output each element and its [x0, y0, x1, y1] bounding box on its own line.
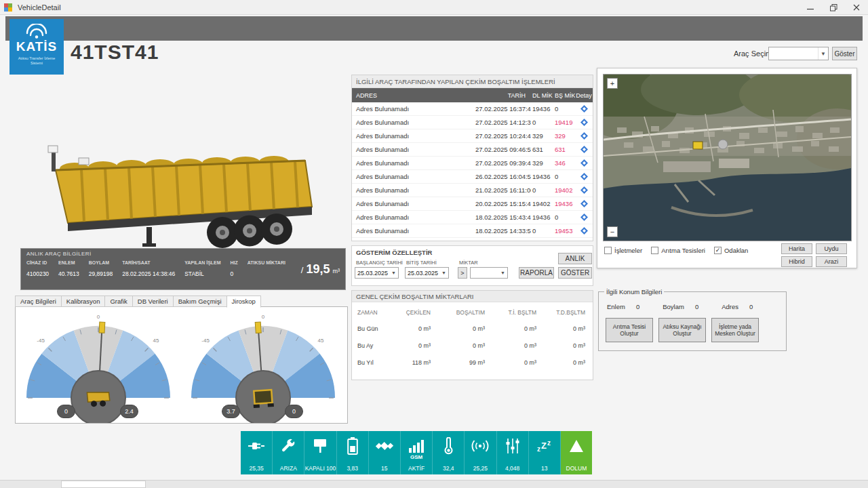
table-row[interactable]: Adres Bulunamadı27.02.2025 16:37:4719436…	[352, 102, 593, 116]
detay-button[interactable]	[575, 227, 593, 235]
taskbar-search[interactable]	[61, 481, 146, 488]
amount-combobox[interactable]: ▼	[470, 267, 508, 279]
map-container[interactable]: + −	[603, 74, 852, 241]
svg-text:-45: -45	[201, 338, 210, 344]
location-field-boylam: Boylam0	[663, 303, 698, 310]
roll-gauge: -45045 3.7 0	[183, 312, 343, 424]
column-çeki-len: ÇEKİLEN	[391, 309, 436, 316]
minimize-button[interactable]	[799, 0, 822, 15]
table-row[interactable]: Adres Bulunamadı18.02.2025 15:43:4719436…	[352, 211, 593, 224]
wrench-icon	[280, 436, 296, 456]
cell-amount: 0 m³	[391, 325, 436, 332]
tab-araç-bilgileri[interactable]: Araç Bilgileri	[15, 296, 61, 307]
cell-date: 27.02.2025 16:37:47	[475, 105, 531, 113]
detay-button[interactable]	[575, 173, 593, 181]
cell-amount: 0 m³	[490, 359, 542, 366]
goster-button[interactable]: GÖSTER	[558, 267, 592, 279]
status-battery[interactable]: 3,83	[337, 431, 369, 474]
detay-button[interactable]	[575, 146, 593, 154]
status-sleep[interactable]: zZz13	[529, 431, 561, 474]
tab-grafik[interactable]: Grafik	[104, 296, 132, 307]
anlik-button[interactable]: ANLIK	[558, 253, 592, 264]
vehicle-select-dropdown[interactable]: ▼	[768, 47, 829, 60]
detay-button[interactable]	[575, 105, 593, 113]
end-date-label: BİTİŞ TARİHİ	[406, 260, 437, 266]
chevron-down-icon[interactable]: ▼	[389, 270, 398, 275]
detay-button[interactable]	[575, 186, 593, 195]
chevron-down-icon[interactable]: ▼	[818, 47, 828, 60]
detay-button[interactable]	[575, 159, 593, 167]
table-row[interactable]: Adres Bulunamadı27.02.2025 09:46:5963163…	[352, 143, 593, 157]
map-type-harita[interactable]: Harita	[781, 243, 812, 254]
table-row[interactable]: Adres Bulunamadı27.02.2025 10:24:4932932…	[352, 129, 593, 143]
vehicle-marker[interactable]	[693, 142, 703, 149]
restore-button[interactable]	[822, 0, 845, 15]
gyroscope-panel: -45045 0 2.4 -45045 3.7 0	[15, 306, 348, 424]
raporla-button[interactable]: RAPORLA	[519, 267, 554, 279]
cell-dl-mik: 0	[531, 119, 553, 126]
checkbox-i-şletmeler[interactable]: İşletmeler	[604, 247, 642, 254]
detay-button[interactable]	[575, 119, 593, 127]
status-thermometer[interactable]: 32,4	[433, 431, 465, 474]
cell-amount: 0 m³	[542, 359, 591, 366]
table-row[interactable]: Adres Bulunamadı20.02.2025 15:15:4119402…	[352, 197, 593, 211]
checkbox-box[interactable]: ✓	[714, 247, 722, 254]
cell-amount: 0 m³	[490, 342, 542, 349]
detay-button[interactable]	[575, 132, 593, 140]
cell-bs-mik: 19402	[553, 186, 575, 194]
windows-taskbar[interactable]	[0, 480, 868, 488]
table-row[interactable]: Adres Bulunamadı26.02.2025 16:04:5419436…	[352, 170, 593, 184]
end-date-picker[interactable]: 25.03.2025 ▼	[405, 267, 449, 279]
display-customize-title: GÖSTERİM ÖZELLEŞTİR	[356, 249, 432, 256]
detay-button[interactable]	[575, 214, 593, 222]
goster-top-button[interactable]: Göster	[832, 47, 857, 60]
status-value: 25,25	[465, 465, 496, 472]
zoom-out-button[interactable]: −	[607, 226, 618, 237]
roll-gauge-dial: -45045	[183, 312, 343, 424]
zoom-in-button[interactable]: +	[607, 78, 618, 89]
checkbox-odaklan[interactable]: ✓Odaklan	[714, 247, 748, 254]
tab-bakım-geçmişi[interactable]: Bakım Geçmişi	[173, 296, 226, 307]
chevron-down-icon[interactable]: ▼	[439, 270, 448, 275]
plug-icon	[248, 436, 265, 456]
tab-db-verileri[interactable]: DB Verileri	[132, 296, 173, 307]
status-antenna[interactable]: 25,25	[465, 431, 496, 474]
status-satellite[interactable]: 15	[369, 431, 401, 474]
restore-icon	[830, 4, 837, 12]
tab-kalibrasyon[interactable]: Kalibrasyon	[61, 296, 105, 307]
live-field-hiz: HIZ0	[231, 260, 238, 277]
map-type-arazi[interactable]: Arazi	[816, 256, 847, 267]
chevron-down-icon[interactable]: ▼	[498, 270, 507, 275]
close-button[interactable]	[845, 0, 868, 15]
checkbox-box[interactable]	[604, 247, 612, 254]
button-atıksu-kaynağı-oluştur[interactable]: Atıksu Kaynağı Oluştur	[658, 318, 706, 342]
table-row[interactable]: Adres Bulunamadı27.02.2025 14:12:3901941…	[352, 116, 593, 129]
table-row[interactable]: Adres Bulunamadı18.02.2025 14:33:5601945…	[352, 224, 593, 238]
table-row[interactable]: Adres Bulunamadı21.02.2025 16:11:0001940…	[352, 184, 593, 197]
map-type-hibrid[interactable]: Hibrid	[781, 256, 812, 267]
battery-icon	[347, 436, 358, 456]
cell-bs-mik: 0	[553, 173, 575, 180]
status-triangle[interactable]: DOLUM	[561, 431, 592, 474]
checkbox-box[interactable]	[651, 247, 658, 254]
start-date-picker[interactable]: 25.03.2025 ▼	[355, 267, 399, 279]
status-equalizer[interactable]: 4,048	[497, 431, 529, 474]
table-row[interactable]: Adres Bulunamadı27.02.2025 09:39:4032934…	[352, 157, 593, 170]
button-i-şletme-yada-mesken-oluştur[interactable]: İşletme yada Mesken Oluştur	[711, 318, 759, 342]
map-type-uydu[interactable]: Uydu	[816, 243, 847, 254]
satellite-map-image[interactable]	[604, 75, 851, 241]
location-fields: Enlem0Boylam0Adres0	[607, 303, 753, 310]
tab-jiroskop[interactable]: Jiroskop	[226, 296, 261, 308]
cell-address: Adres Bulunamadı	[352, 227, 475, 235]
button-arıtma-tesisi-oluştur[interactable]: Arıtma Tesisi Oluştur	[606, 318, 653, 342]
status-gsm[interactable]: GSMAKTİF	[401, 431, 433, 474]
status-plug[interactable]: 25,35	[241, 431, 273, 474]
detay-button[interactable]	[575, 200, 593, 208]
cell-address: Adres Bulunamadı	[352, 214, 475, 221]
cell-address: Adres Bulunamadı	[352, 159, 475, 167]
amount-operator-button[interactable]: >	[458, 267, 467, 279]
status-sign[interactable]: KAPALI 100	[304, 431, 336, 474]
status-wrench[interactable]: ARIZA	[273, 431, 304, 474]
location-marker[interactable]	[718, 140, 728, 149]
checkbox-arıtma-tesisleri[interactable]: Arıtma Tesisleri	[651, 247, 705, 254]
